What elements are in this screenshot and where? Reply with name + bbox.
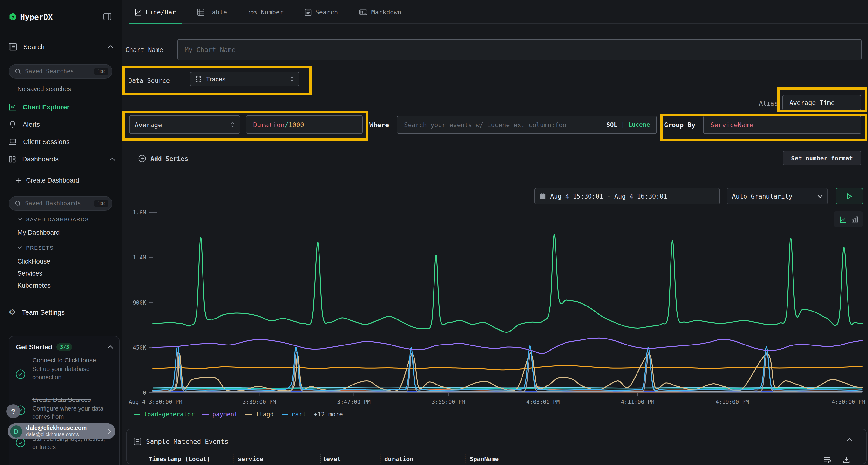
legend-item-flagd[interactable]: flagd — [245, 410, 274, 418]
legend-item-cart[interactable]: cart — [281, 410, 306, 418]
user-email: dale@clickhouse.com — [26, 425, 104, 431]
date-range-value: Aug 4 15:30:01 - Aug 4 16:30:01 — [550, 193, 667, 200]
group-by-input[interactable] — [703, 115, 861, 134]
main-content: Line/BarTable123NumberSearchMarkdown Cha… — [122, 0, 868, 465]
brand-title: HyperDX — [20, 12, 53, 22]
no-saved-searches-text: No saved searches — [18, 85, 71, 93]
sidebar-item-alerts[interactable]: Alerts — [0, 115, 122, 133]
column-resize-handle[interactable]: ⋮⋮ — [230, 455, 236, 462]
team-settings-item[interactable]: ⚙ Team Settings — [9, 305, 65, 319]
granularity-select[interactable]: Auto Granularity — [727, 188, 828, 204]
saved-dashboards-header[interactable]: SAVED DASHBOARDS — [18, 217, 89, 222]
svg-text:0: 0 — [143, 390, 146, 396]
chart-name-label: Chart Name — [125, 46, 163, 54]
sidebar-collapse-icon[interactable] — [103, 13, 112, 20]
column-resize-handle[interactable]: ⋮⋮ — [318, 455, 323, 462]
set-number-format-button[interactable]: Set number format — [783, 151, 861, 165]
group-by-label: Group By — [664, 121, 695, 129]
section-search[interactable]: Search — [9, 40, 113, 53]
column-header-service[interactable]: service — [238, 455, 263, 463]
query-language-toggle[interactable]: SQL | Lucene — [607, 121, 650, 128]
add-series-button[interactable]: Add Series — [138, 153, 188, 164]
sample-events-panel: Sample Matched Events Timestamp (Local)s… — [126, 429, 867, 464]
tab-line-bar[interactable]: Line/Bar — [129, 0, 182, 24]
get-started-item[interactable]: Create Data Sources Configure where your… — [32, 396, 107, 421]
list-box-icon — [133, 437, 141, 445]
svg-text:450K: 450K — [133, 344, 146, 351]
column-header-timestamp-local-[interactable]: Timestamp (Local) — [149, 455, 210, 463]
layout-icon — [9, 156, 16, 163]
data-source-label: Data Source — [128, 77, 170, 84]
sidebar-item-clickhouse[interactable]: ClickHouse — [18, 255, 51, 267]
column-header-level[interactable]: level — [322, 455, 341, 463]
legend-more-link[interactable]: +12 more — [314, 410, 343, 418]
legend-swatch — [202, 414, 209, 414]
svg-text:4:11:00 PM: 4:11:00 PM — [621, 399, 654, 405]
column-header-spanname[interactable]: SpanName — [470, 455, 499, 463]
date-range-picker[interactable]: Aug 4 15:30:01 - Aug 4 16:30:01 — [534, 188, 720, 204]
run-query-button[interactable] — [836, 188, 863, 204]
user-menu[interactable]: D dale@clickhouse.com dale@clickhouse.co… — [8, 423, 115, 439]
chart-name-input[interactable] — [178, 39, 862, 60]
sidebar-item-kubernetes[interactable]: Kubernetes — [18, 279, 51, 292]
add-series-label: Add Series — [151, 155, 188, 162]
column-resize-handle[interactable]: ⋮⋮ — [462, 455, 468, 462]
sidebar-item-dashboards[interactable]: Dashboards — [0, 150, 122, 168]
data-source-value: Traces — [206, 75, 226, 82]
legend-swatch — [245, 414, 252, 414]
alias-input[interactable] — [782, 95, 861, 110]
series-load-generator — [153, 234, 862, 332]
create-dashboard-button[interactable]: Create Dashboard — [16, 174, 79, 187]
tab-search[interactable]: Search — [299, 0, 344, 24]
legend-item-payment[interactable]: payment — [202, 410, 238, 418]
bell-icon — [9, 121, 17, 128]
legend-swatch — [281, 414, 288, 414]
tab-markdown[interactable]: Markdown — [353, 0, 407, 24]
chevron-up-icon[interactable] — [107, 345, 113, 348]
get-started-title: Get Started — [16, 343, 52, 351]
chevron-up-icon[interactable] — [110, 157, 115, 161]
sidebar-item-my-dashboard[interactable]: My Dashboard — [18, 227, 60, 238]
markdown-icon — [359, 9, 368, 15]
gear-icon: ⚙ — [9, 308, 16, 316]
sidebar-item-client-sessions[interactable]: Client Sessions — [0, 133, 122, 150]
chevron-up-icon[interactable] — [107, 45, 113, 48]
chevron-down-icon — [18, 218, 22, 221]
wrap-text-icon[interactable] — [823, 456, 831, 464]
database-icon — [195, 76, 202, 82]
lucene-toggle[interactable]: Lucene — [628, 121, 650, 128]
column-header-duration[interactable]: duration — [384, 455, 413, 463]
user-org: dale@clickhouse.com's — [26, 431, 104, 437]
sample-events-title: Sample Matched Events — [146, 437, 228, 445]
saved-dashboards-input[interactable]: Saved Dashboards ⌘K — [9, 196, 112, 210]
sql-toggle[interactable]: SQL — [607, 121, 617, 128]
aggregation-select[interactable]: Average — [129, 115, 240, 134]
sidebar: HyperDX Search Saved Searches ⌘K No save… — [0, 0, 122, 465]
timeseries-chart[interactable]: 0450K900K1.4M1.8MAug 4 3:30:00 PM3:39:00… — [125, 206, 866, 409]
download-icon[interactable] — [842, 456, 850, 464]
search-icon — [15, 68, 21, 74]
line-chart-icon — [134, 8, 142, 16]
sidebar-item-chart-explorer[interactable]: Chart Explorer — [0, 98, 122, 115]
series-unlabeled-4 — [153, 388, 862, 388]
sidebar-nav: Chart ExplorerAlertsClient SessionsDashb… — [0, 98, 122, 168]
legend-item-load-generator[interactable]: load-generator — [133, 410, 194, 418]
tab-number[interactable]: 123Number — [243, 0, 289, 24]
data-source-select[interactable]: Traces — [190, 72, 300, 86]
presets-header[interactable]: PRESETS — [18, 245, 54, 251]
get-started-badge: 3/3 — [57, 343, 72, 351]
help-button[interactable]: ? — [6, 404, 20, 418]
aggregation-value: Average — [134, 121, 162, 128]
tab-table[interactable]: Table — [191, 0, 233, 24]
divider — [122, 143, 868, 144]
field-expression-input[interactable]: Duration/1000 — [246, 115, 363, 134]
saved-searches-input[interactable]: Saved Searches ⌘K — [9, 64, 112, 78]
column-resize-handle[interactable]: ⋮⋮ — [378, 455, 383, 462]
panel-list-icon — [9, 43, 17, 51]
sidebar-item-services[interactable]: Services — [18, 267, 51, 279]
collapse-panel-icon[interactable] — [846, 438, 852, 442]
get-started-item[interactable]: Connect to ClickHouse Set up your databa… — [32, 357, 107, 381]
where-input-wrap: SQL | Lucene — [397, 115, 657, 134]
svg-text:1.4M: 1.4M — [133, 255, 146, 261]
chevron-down-icon — [817, 194, 823, 198]
